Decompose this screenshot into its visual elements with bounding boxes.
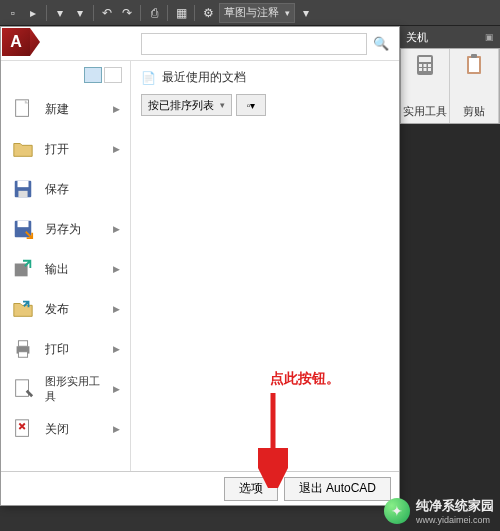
svg-rect-16 [18,221,29,227]
watermark: ✦ 纯净系统家园 www.yidaimei.com [384,497,494,525]
ribbon-panel-tools[interactable]: 实用工具 [401,49,450,123]
chevron-right-icon: ▶ [113,424,120,434]
workspace-label: 草图与注释 [224,5,279,20]
svg-rect-19 [18,341,27,347]
app-menu-button[interactable]: A [2,28,30,56]
menu-left-column: 新建 ▶ 打开 ▶ 保存 另存为 ▶ 输出 ▶ [1,61,131,471]
file-new-icon [11,97,35,121]
ribbon-panel-clipboard[interactable]: 剪贴 [450,49,499,123]
close-icon [11,417,35,441]
chevron-right-icon: ▶ [113,384,120,394]
ribbon-expand-icon[interactable]: ▣ [485,32,494,42]
svg-rect-21 [16,380,29,397]
exit-button[interactable]: 退出 AutoCAD [284,477,391,501]
menu-item-saveas[interactable]: 另存为 ▶ [1,209,130,249]
ribbon-tab-bar: 关机 ▣ [400,26,500,48]
save-as-icon [11,217,35,241]
new-icon[interactable]: ▫ [4,4,22,22]
watermark-url: www.yidaimei.com [416,515,494,525]
svg-rect-20 [18,352,27,358]
recent-controls: 按已排序列表 ▫▾ [141,94,389,116]
svg-rect-22 [16,420,29,437]
save-icon [11,177,35,201]
menu-item-export[interactable]: 输出 ▶ [1,249,130,289]
quick-access-toolbar: ▫ ▸ ▾ ▾ ↶ ↷ ⎙ ▦ ⚙ 草图与注释 ▾ [0,0,500,26]
save-icon[interactable]: ▾ [51,4,69,22]
gear-icon[interactable]: ⚙ [199,4,217,22]
svg-rect-6 [424,68,427,71]
workspace-select[interactable]: 草图与注释 [219,3,295,23]
redo-icon[interactable]: ↷ [118,4,136,22]
menu-item-close[interactable]: 关闭 ▶ [1,409,130,449]
plot-icon[interactable]: ▦ [172,4,190,22]
svg-rect-3 [424,64,427,67]
svg-rect-1 [419,57,431,62]
ribbon-tab[interactable]: 关机 [406,30,428,45]
svg-rect-2 [419,64,422,67]
ribbon-panels: 实用工具 剪贴 [400,48,500,124]
svg-rect-14 [18,191,27,197]
recent-docs-icon: 📄 [141,71,156,85]
chevron-right-icon: ▶ [113,144,120,154]
menu-item-save[interactable]: 保存 [1,169,130,209]
ribbon-panel-label: 实用工具 [403,104,447,119]
chevron-right-icon: ▶ [113,104,120,114]
menu-item-open[interactable]: 打开 ▶ [1,129,130,169]
svg-rect-4 [428,64,431,67]
menu-search-row: 🔍 [1,27,399,61]
open-icon[interactable]: ▸ [24,4,42,22]
workspace-more-icon[interactable]: ▾ [297,4,315,22]
print-icon [11,337,35,361]
print-icon[interactable]: ⎙ [145,4,163,22]
ribbon-panel-label: 剪贴 [463,104,485,119]
menu-item-publish[interactable]: 发布 ▶ [1,289,130,329]
search-icon[interactable]: 🔍 [371,34,391,54]
undo-icon[interactable]: ↶ [98,4,116,22]
view-toggle [1,67,130,89]
drawing-area[interactable] [400,124,500,531]
folder-open-icon [11,137,35,161]
chevron-right-icon: ▶ [113,264,120,274]
recent-docs-title: 最近使用的文档 [162,69,246,86]
application-menu: 🔍 新建 ▶ 打开 ▶ 保存 另存为 [0,26,400,506]
chevron-right-icon: ▶ [113,224,120,234]
sort-select[interactable]: 按已排序列表 [141,94,232,116]
chevron-right-icon: ▶ [113,304,120,314]
menu-item-new[interactable]: 新建 ▶ [1,89,130,129]
save-as-icon[interactable]: ▾ [71,4,89,22]
chevron-right-icon: ▶ [113,344,120,354]
menu-footer: 选项 退出 AutoCAD [1,471,399,505]
svg-rect-13 [18,181,29,187]
view-mode-button[interactable]: ▫▾ [236,94,266,116]
watermark-title: 纯净系统家园 [416,497,494,515]
menu-item-drawing-tools[interactable]: 图形实用工具 ▶ [1,369,130,409]
tools-icon [11,377,35,401]
search-input[interactable] [141,33,367,55]
watermark-logo-icon: ✦ [384,498,410,524]
svg-rect-9 [469,58,479,72]
export-icon [11,257,35,281]
menu-item-print[interactable]: 打印 ▶ [1,329,130,369]
clipboard-icon [460,53,488,77]
svg-rect-7 [428,68,431,71]
menu-right-column: 📄 最近使用的文档 按已排序列表 ▫▾ [131,61,399,471]
recent-docs-header: 📄 最近使用的文档 [141,69,389,86]
publish-icon [11,297,35,321]
svg-rect-5 [419,68,422,71]
view-small-icon[interactable] [104,67,122,83]
options-button[interactable]: 选项 [224,477,278,501]
view-large-icon[interactable] [84,67,102,83]
svg-rect-10 [471,54,477,58]
calculator-icon [411,53,439,77]
